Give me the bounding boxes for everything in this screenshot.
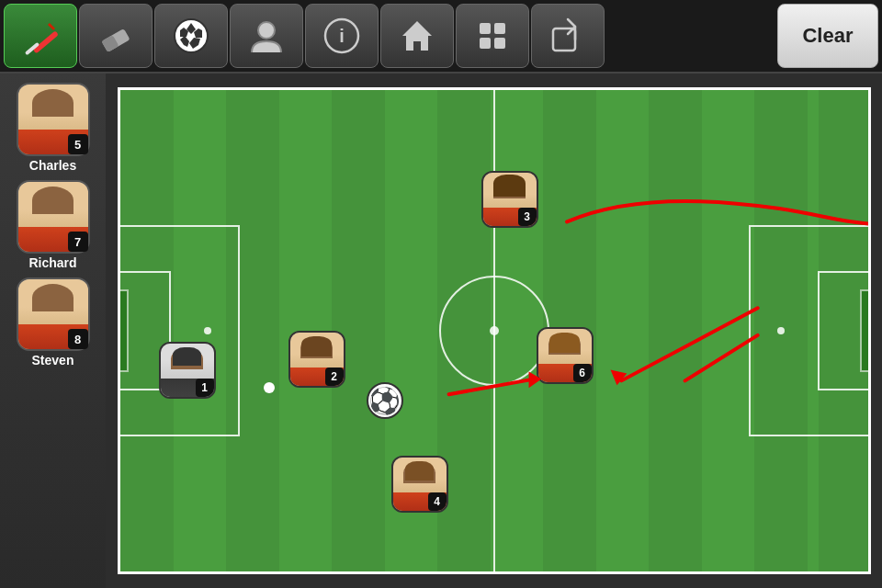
field-player-4-number: 4: [428, 492, 447, 511]
player-8-number: 8: [68, 329, 88, 349]
field-player-1[interactable]: 1: [159, 342, 219, 401]
player-7-name: Richard: [28, 255, 76, 270]
sidebar-player-7[interactable]: 7 Richard: [12, 180, 95, 270]
left-goal-strip: [118, 289, 129, 372]
right-penalty-spot: [777, 327, 785, 334]
svg-rect-16: [494, 23, 505, 34]
field-player-6-number: 6: [573, 364, 592, 382]
field-wrap: 1 2: [106, 74, 882, 588]
right-goal-strip: [860, 289, 871, 372]
ball-tool-button[interactable]: [154, 4, 228, 68]
player-sidebar: 5 Charles 7 Richard: [0, 74, 106, 588]
field-player-4-avatar: 4: [391, 456, 448, 513]
field-player-3[interactable]: 3: [481, 171, 541, 231]
field-player-6[interactable]: 6: [537, 327, 596, 387]
player-7-number: 7: [68, 232, 88, 252]
home-tool-button[interactable]: [380, 4, 454, 68]
svg-rect-19: [553, 28, 575, 51]
svg-text:i: i: [339, 26, 345, 46]
left-penalty-spot: [204, 327, 211, 334]
store-tool-button[interactable]: [456, 4, 529, 68]
soccer-ball[interactable]: ⚽: [367, 382, 403, 419]
player-5-name: Charles: [29, 158, 76, 173]
svg-rect-17: [480, 38, 491, 49]
field-player-1-avatar: 1: [159, 342, 216, 399]
player-8-name: Steven: [32, 353, 74, 368]
right-goal: [868, 289, 871, 372]
svg-marker-1: [48, 23, 55, 30]
svg-point-11: [258, 22, 275, 39]
svg-marker-14: [402, 21, 432, 51]
soccer-field[interactable]: 1 2: [118, 87, 871, 574]
field-player-4[interactable]: 4: [391, 456, 451, 515]
field-player-6-avatar: 6: [537, 327, 594, 384]
draw-tool-button[interactable]: [4, 4, 77, 68]
main-area: 5 Charles 7 Richard: [0, 74, 882, 588]
center-dot: [490, 326, 499, 335]
svg-marker-23: [610, 370, 627, 386]
share-tool-button[interactable]: [531, 4, 605, 68]
clear-button[interactable]: Clear: [777, 4, 878, 68]
info-tool-button[interactable]: i: [305, 4, 379, 68]
field-player-1-number: 1: [196, 379, 214, 397]
player-5-number: 5: [68, 134, 88, 154]
ball-dot: [264, 382, 275, 393]
svg-rect-15: [480, 23, 491, 34]
field-player-3-avatar: 3: [481, 171, 538, 228]
field-player-2-number: 2: [325, 368, 344, 386]
sidebar-player-8[interactable]: 8 Steven: [12, 277, 95, 368]
field-player-2[interactable]: 2: [288, 331, 348, 390]
contact-tool-button[interactable]: [230, 4, 303, 68]
svg-rect-18: [494, 38, 505, 49]
toolbar: i Clear: [0, 0, 882, 74]
field-player-3-number: 3: [518, 208, 537, 226]
field-player-2-avatar: 2: [288, 331, 345, 388]
sidebar-player-5[interactable]: 5 Charles: [12, 83, 95, 173]
erase-tool-button[interactable]: [79, 4, 153, 68]
svg-rect-0: [33, 30, 59, 53]
